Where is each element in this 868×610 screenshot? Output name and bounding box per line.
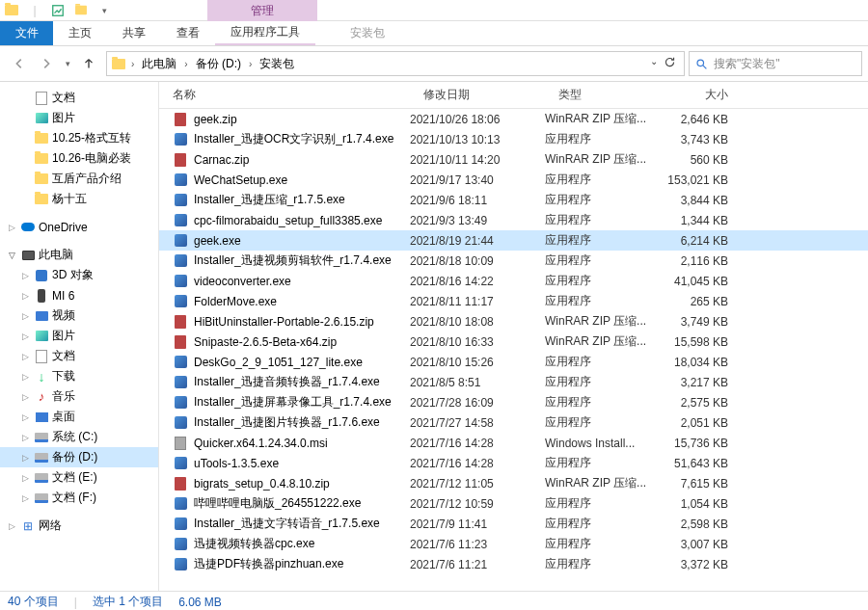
file-row[interactable]: WeChatSetup.exe2021/9/17 13:40应用程序153,02… [159, 170, 868, 190]
col-date[interactable]: 修改日期 [410, 87, 545, 103]
file-row[interactable]: Installer_迅捷压缩_r1.7.5.exe2021/9/6 18:11应… [159, 190, 868, 210]
file-date: 2021/10/26 18:06 [410, 113, 545, 126]
nav-drive-c[interactable]: 系统 (C:) [0, 427, 158, 447]
nav-drive-e[interactable]: 文档 (E:) [0, 467, 158, 488]
file-row[interactable]: 迅捷视频转换器cpc.exe2021/7/6 11:23应用程序3,007 KB [159, 534, 868, 554]
col-size[interactable]: 大小 [661, 87, 747, 103]
file-name: Installer_迅捷屏幕录像工具_r1.7.4.exe [194, 394, 410, 411]
file-row[interactable]: cpc-filmorabaidu_setup_full3385.exe2021/… [159, 210, 868, 230]
nav-folder-1025[interactable]: 10.25-格式互转 [0, 128, 158, 148]
file-name: DeskGo_2_9_1051_127_lite.exe [194, 356, 410, 369]
file-type: 应用程序 [545, 536, 661, 552]
file-row[interactable]: Installer_迅捷音频转换器_r1.7.4.exe2021/8/5 8:5… [159, 372, 868, 392]
forward-button[interactable] [33, 50, 60, 77]
file-size: 18,034 KB [661, 356, 747, 369]
nav-onedrive[interactable]: OneDrive [0, 217, 158, 237]
nav-folder-1026[interactable]: 10.26-电脑必装 [0, 148, 158, 169]
file-date: 2021/8/5 8:51 [410, 376, 545, 389]
nav-this-pc[interactable]: 此电脑 [0, 245, 158, 265]
file-row[interactable]: Carnac.zip2021/10/11 14:20WinRAR ZIP 压缩.… [159, 149, 868, 170]
file-name: bigrats_setup_0.4.8.10.zip [194, 477, 410, 491]
file-size: 2,116 KB [661, 254, 747, 268]
file-size: 3,372 KB [661, 558, 747, 571]
file-type-icon [173, 233, 188, 249]
file-row[interactable]: Snipaste-2.6.5-Beta-x64.zip2021/8/10 16:… [159, 332, 868, 352]
file-row[interactable]: DeskGo_2_9_1051_127_lite.exe2021/8/10 15… [159, 352, 868, 372]
file-row[interactable]: videoconverter.exe2021/8/16 14:22应用程序41,… [159, 271, 868, 291]
refresh-icon[interactable] [664, 56, 676, 71]
file-size: 153,021 KB [661, 173, 747, 187]
tab-home[interactable]: 主页 [53, 21, 107, 45]
nav-mi6[interactable]: MI 6 [0, 285, 158, 305]
nav-downloads[interactable]: ↓下载 [0, 366, 158, 386]
file-row[interactable]: Installer_迅捷视频剪辑软件_r1.7.4.exe2021/8/18 1… [159, 251, 868, 271]
nav-pictures-2[interactable]: 图片 [0, 326, 158, 346]
breadcrumb-drive[interactable]: 备份 (D:) [193, 56, 244, 72]
file-name: uTools-1.3.5.exe [194, 457, 410, 470]
context-group-label: 安装包 [315, 21, 420, 45]
quick-access-toolbar: | ▾ [0, 0, 868, 21]
file-row[interactable]: 迅捷PDF转换器pinzhuan.exe2021/7/6 11:21应用程序3,… [159, 554, 868, 574]
tab-view[interactable]: 查看 [161, 21, 215, 45]
file-type: 应用程序 [545, 212, 661, 228]
back-button[interactable] [6, 50, 33, 77]
nav-drive-d[interactable]: 备份 (D:) [0, 447, 158, 467]
file-name: geek.zip [194, 113, 410, 126]
chevron-right-icon[interactable]: › [181, 59, 190, 69]
file-row[interactable]: Installer_迅捷OCR文字识别_r1.7.4.exe2021/10/13… [159, 129, 868, 149]
file-date: 2021/10/13 10:13 [410, 133, 545, 146]
file-type: 应用程序 [545, 374, 661, 390]
properties-icon[interactable] [46, 0, 69, 21]
recent-dropdown[interactable]: ▾ [60, 50, 75, 77]
file-type-icon [173, 476, 188, 491]
file-row[interactable]: geek.zip2021/10/26 18:06WinRAR ZIP 压缩...… [159, 109, 868, 129]
new-folder-icon[interactable] [69, 0, 93, 21]
col-name[interactable]: 名称 [159, 87, 410, 103]
nav-folder-hudun[interactable]: 互盾产品介绍 [0, 169, 158, 189]
nav-pictures[interactable]: 图片 [0, 108, 158, 128]
nav-documents-2[interactable]: 文档 [0, 346, 158, 366]
breadcrumb-folder[interactable]: 安装包 [257, 56, 297, 72]
nav-desktop[interactable]: 桌面 [0, 407, 158, 427]
nav-drive-f[interactable]: 文档 (F:) [0, 488, 158, 508]
file-type-icon [173, 294, 188, 309]
file-row[interactable]: Installer_迅捷屏幕录像工具_r1.7.4.exe2021/7/28 1… [159, 392, 868, 412]
file-type-icon [173, 456, 188, 471]
chevron-right-icon[interactable]: › [128, 59, 137, 69]
file-date: 2021/8/10 16:33 [410, 335, 545, 349]
history-dropdown-icon[interactable]: ⌄ [650, 56, 658, 71]
file-row[interactable]: geek.exe2021/8/19 21:44应用程序6,214 KB [159, 230, 868, 251]
file-type-icon [173, 213, 188, 228]
column-headers[interactable]: 名称 修改日期 类型 大小 [159, 82, 868, 109]
tab-file[interactable]: 文件 [0, 21, 53, 45]
file-row[interactable]: 哔哩哔哩电脑版_264551222.exe2021/7/12 10:59应用程序… [159, 493, 868, 514]
up-button[interactable] [75, 50, 102, 77]
chevron-right-icon[interactable]: › [246, 59, 255, 69]
file-name: FolderMove.exe [194, 295, 410, 308]
nav-videos[interactable]: 视频 [0, 305, 158, 326]
breadcrumb[interactable]: › 此电脑 › 备份 (D:) › 安装包 ⌄ [106, 51, 685, 76]
nav-3d-objects[interactable]: 3D 对象 [0, 265, 158, 285]
tab-app-tools[interactable]: 应用程序工具 [215, 21, 315, 45]
nav-documents[interactable]: 文档 [0, 88, 158, 108]
file-type: 应用程序 [545, 394, 661, 411]
col-type[interactable]: 类型 [545, 87, 661, 103]
file-row[interactable]: Installer_迅捷图片转换器_r1.7.6.exe2021/7/27 14… [159, 412, 868, 433]
file-row[interactable]: Quicker.x64.1.24.34.0.msi2021/7/16 14:28… [159, 433, 868, 453]
qat-customize-icon[interactable]: ▾ [93, 0, 116, 21]
nav-network[interactable]: ⊞网络 [0, 516, 158, 536]
file-row[interactable]: bigrats_setup_0.4.8.10.zip2021/7/12 11:0… [159, 473, 868, 493]
tab-share[interactable]: 共享 [107, 21, 161, 45]
file-type: 应用程序 [545, 273, 661, 289]
navigation-pane[interactable]: 文档 图片 10.25-格式互转 10.26-电脑必装 互盾产品介绍 杨十五 O… [0, 82, 159, 591]
file-row[interactable]: HiBitUninstaller-Portable-2.6.15.zip2021… [159, 311, 868, 332]
file-row[interactable]: FolderMove.exe2021/8/11 11:17应用程序265 KB [159, 291, 868, 311]
nav-folder-yang[interactable]: 杨十五 [0, 189, 158, 209]
file-row[interactable]: uTools-1.3.5.exe2021/7/16 14:28应用程序51,64… [159, 453, 868, 473]
file-date: 2021/7/27 14:58 [410, 416, 545, 430]
file-row[interactable]: Installer_迅捷文字转语音_r1.7.5.exe2021/7/9 11:… [159, 514, 868, 534]
nav-music[interactable]: ♪音乐 [0, 386, 158, 407]
file-date: 2021/8/16 14:22 [410, 275, 545, 288]
breadcrumb-pc[interactable]: 此电脑 [139, 56, 179, 72]
search-input[interactable]: 搜索"安装包" [689, 51, 862, 76]
